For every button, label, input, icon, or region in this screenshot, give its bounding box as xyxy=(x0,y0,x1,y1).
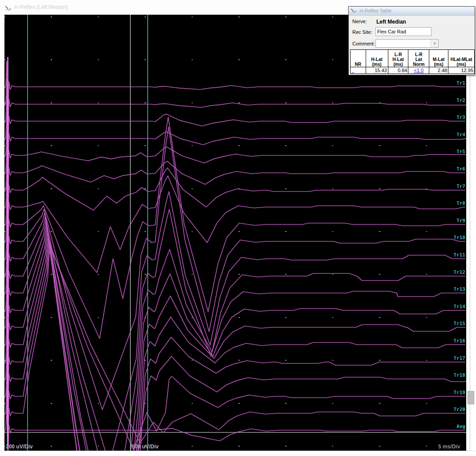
grid-dot xyxy=(238,59,240,60)
grid-dot xyxy=(426,317,428,318)
grid-dot xyxy=(285,274,286,275)
grid-dot xyxy=(238,360,240,361)
lr-lat-norm-link[interactable]: <1.0 xyxy=(414,68,424,73)
trace-label-Tr8: Tr8 xyxy=(456,200,465,206)
trace-label-Tr18: Tr18 xyxy=(454,372,466,378)
rec-site-label: Rec Site: xyxy=(352,29,372,35)
nerve-label: Nerve: xyxy=(352,19,367,24)
trace-Tr16 xyxy=(4,231,465,451)
grid-dot xyxy=(51,360,52,361)
nr-link[interactable]: _ xyxy=(351,68,354,73)
trace-label-Tr16: Tr16 xyxy=(454,338,466,344)
waveform-panel[interactable]: Tr1Tr2Tr3Tr4Tr5Tr6Tr7Tr8Tr9Tr10Tr11Tr12T… xyxy=(4,15,466,451)
grid-dot xyxy=(238,102,240,103)
grid-dot xyxy=(426,360,428,361)
trace-label-Tr9: Tr9 xyxy=(456,218,465,224)
grid-dot xyxy=(332,274,334,275)
grid-dot xyxy=(426,231,428,232)
col-header-h-lat: H-Lat (ms) xyxy=(366,50,388,67)
grid-dot xyxy=(51,317,52,318)
hreflex-panel-titlebar[interactable]: H-Reflex Table xyxy=(349,7,475,16)
grid-dot xyxy=(379,317,380,318)
grid-dot xyxy=(4,102,5,103)
grid-dot xyxy=(4,317,5,318)
trace-label-Tr5: Tr5 xyxy=(456,149,465,155)
trace-Tr10 xyxy=(4,127,465,410)
grid-dot xyxy=(285,16,286,17)
grid-dot xyxy=(238,16,240,17)
grid-dot xyxy=(51,188,52,189)
grid-dot xyxy=(379,145,380,146)
col-header-m-lat: M-Lat (ms) xyxy=(429,50,448,67)
trace-Tr17 xyxy=(4,235,465,451)
grid-dot xyxy=(4,145,5,146)
grid-dot xyxy=(51,59,52,60)
grid-dot xyxy=(4,360,5,361)
grid-dot xyxy=(285,59,286,60)
grid-dot xyxy=(379,360,380,361)
timebase-label: 5 ms/Div xyxy=(438,444,460,450)
trace-label-Tr7: Tr7 xyxy=(456,183,465,189)
grid-dot xyxy=(4,446,5,447)
hreflex-panel-title: H-Reflex Table xyxy=(359,8,391,13)
h-lat-value: 15.43 xyxy=(366,67,388,74)
trace-Tr19 xyxy=(4,242,465,450)
grid-dot xyxy=(332,145,334,146)
grid-dot xyxy=(51,102,52,103)
grid-dot xyxy=(332,446,334,447)
grid-dot xyxy=(98,188,99,189)
grid-dot xyxy=(4,59,5,60)
grid-dot xyxy=(285,446,286,447)
trace-label-Tr6: Tr6 xyxy=(456,166,465,172)
col-header-nr: NR xyxy=(351,50,366,67)
grid-dot xyxy=(285,360,286,361)
gain-label-left: 200 uV/Div xyxy=(6,444,33,450)
grid-dot xyxy=(51,16,52,17)
trace-label-Tr12: Tr12 xyxy=(454,269,466,275)
rec-site-input[interactable] xyxy=(375,27,432,36)
scrollbar-thumb[interactable] xyxy=(468,391,474,404)
grid-dot xyxy=(332,16,334,17)
grid-dot xyxy=(145,403,146,404)
window-title: H-Reflex (Left Median) xyxy=(14,4,68,10)
grid-dot xyxy=(192,145,193,146)
trace-label-Tr19: Tr19 xyxy=(454,390,466,395)
grid-dot xyxy=(285,317,286,318)
grid-dot xyxy=(332,231,334,232)
trace-label-Tr13: Tr13 xyxy=(454,286,466,292)
trace-Tr20 xyxy=(4,245,465,446)
comment-combobox[interactable]: ∨ xyxy=(375,39,439,48)
grid-dot xyxy=(379,188,380,189)
grid-dot xyxy=(379,403,380,404)
grid-dot xyxy=(332,360,334,361)
trace-Tr6 xyxy=(4,147,465,206)
table-header-row: NR H-Lat (ms) L-R H-Lat (ms) L-R Lat Nor… xyxy=(351,50,475,67)
grid-dot xyxy=(426,403,428,404)
grid-dot xyxy=(285,102,286,103)
grid-dot xyxy=(192,188,193,189)
grid-dot xyxy=(98,102,99,103)
bottom-strip xyxy=(0,451,476,456)
grid-dot xyxy=(238,145,240,146)
grid-dot xyxy=(192,403,193,404)
col-header-lr-lat-norm: L-R Lat Norm xyxy=(408,50,429,67)
chevron-down-icon[interactable]: ∨ xyxy=(431,40,438,47)
scrollbar-rail xyxy=(470,15,470,451)
col-header-lr-h-lat: L-R H-Lat (ms) xyxy=(388,50,408,67)
trace-Tr18 xyxy=(4,238,466,451)
grid-dot xyxy=(426,274,428,275)
grid-dot xyxy=(332,403,334,404)
grid-dot xyxy=(4,16,5,17)
grid-dot xyxy=(98,446,99,447)
grid-dot xyxy=(332,59,334,60)
grid-dot xyxy=(192,446,193,447)
col-header-hlat-mlat: HLat-MLat (ms) xyxy=(448,50,475,67)
gain-label-mid: 500 uV/Div xyxy=(132,444,159,450)
grid-dot xyxy=(98,59,99,60)
grid-dot xyxy=(192,231,193,232)
trace-label-Tr10: Tr10 xyxy=(454,235,466,240)
grid-dot xyxy=(4,231,5,232)
hreflex-results-table: NR H-Lat (ms) L-R H-Lat (ms) L-R Lat Nor… xyxy=(350,49,475,74)
grid-dot xyxy=(4,403,5,404)
grid-dot xyxy=(238,317,240,318)
